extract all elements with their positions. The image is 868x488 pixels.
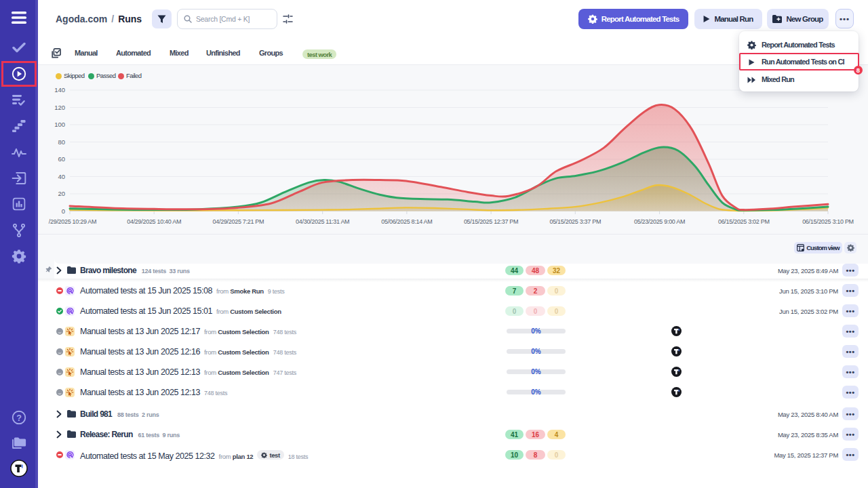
svg-text:20: 20 <box>58 190 65 197</box>
svg-text:04/29/2025 10:40 AM: 04/29/2025 10:40 AM <box>127 218 181 225</box>
svg-text:100: 100 <box>54 121 65 128</box>
svg-text:04/29/2025 7:21 PM: 04/29/2025 7:21 PM <box>213 218 264 225</box>
svg-text:05/23/2025 9:00 AM: 05/23/2025 9:00 AM <box>634 218 685 225</box>
svg-text:60: 60 <box>58 155 65 163</box>
svg-text:0: 0 <box>62 207 65 215</box>
svg-text:?: ? <box>16 413 22 423</box>
svg-text:04/30/2025 11:31 AM: 04/30/2025 11:31 AM <box>296 218 349 225</box>
svg-text:05/15/2025 3:37 PM: 05/15/2025 3:37 PM <box>549 218 601 225</box>
svg-text:40: 40 <box>58 173 65 180</box>
svg-text:06/15/2025 3:02 PM: 06/15/2025 3:02 PM <box>718 218 770 225</box>
svg-text:06/15/2025 3:10 PM: 06/15/2025 3:10 PM <box>802 218 854 225</box>
svg-text:/29/2025 10:29 AM: /29/2025 10:29 AM <box>49 218 96 225</box>
svg-text:120: 120 <box>54 104 65 111</box>
svg-text:80: 80 <box>58 138 65 146</box>
svg-text:140: 140 <box>54 86 65 94</box>
svg-text:05/06/2025 8:14 AM: 05/06/2025 8:14 AM <box>381 218 432 225</box>
svg-text:05/15/2025 12:37 PM: 05/15/2025 12:37 PM <box>464 218 518 225</box>
